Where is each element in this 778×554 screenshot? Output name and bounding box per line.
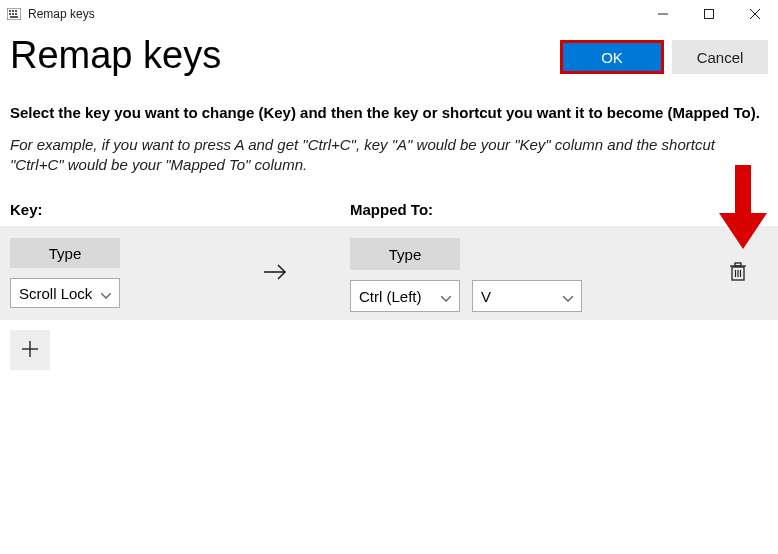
window-controls bbox=[640, 0, 778, 28]
svg-rect-4 bbox=[9, 13, 11, 15]
mapped-column: Type Ctrl (Left) V bbox=[350, 238, 768, 308]
mapped-modifier-value: Ctrl (Left) bbox=[359, 288, 422, 305]
minimize-button[interactable] bbox=[640, 0, 686, 28]
ok-button[interactable]: OK bbox=[560, 40, 664, 74]
ok-button-label: OK bbox=[601, 49, 623, 66]
chevron-down-icon bbox=[101, 285, 111, 302]
svg-rect-9 bbox=[705, 10, 714, 19]
svg-rect-2 bbox=[12, 10, 14, 12]
chevron-down-icon bbox=[441, 288, 451, 305]
window-title: Remap keys bbox=[28, 7, 95, 21]
mapped-key-value: V bbox=[481, 288, 491, 305]
plus-icon bbox=[21, 340, 39, 361]
key-type-button[interactable]: Type bbox=[10, 238, 120, 268]
add-mapping-button[interactable] bbox=[10, 330, 50, 370]
mapped-column-header: Mapped To: bbox=[350, 201, 768, 218]
instruction-primary: Select the key you want to change (Key) … bbox=[10, 104, 768, 121]
mapped-key-dropdown[interactable]: V bbox=[472, 280, 582, 312]
instruction-example: For example, if you want to press A and … bbox=[10, 135, 768, 176]
chevron-down-icon bbox=[563, 288, 573, 305]
arrow-column bbox=[200, 238, 350, 308]
titlebar: Remap keys bbox=[0, 0, 778, 28]
key-column-header: Key: bbox=[10, 201, 350, 218]
svg-rect-15 bbox=[735, 263, 741, 266]
close-button[interactable] bbox=[732, 0, 778, 28]
column-headers: Key: Mapped To: bbox=[0, 195, 778, 226]
svg-rect-7 bbox=[10, 16, 18, 18]
type-label: Type bbox=[49, 245, 82, 262]
action-buttons: OK Cancel bbox=[560, 36, 768, 74]
key-dropdown-value: Scroll Lock bbox=[19, 285, 92, 302]
svg-rect-1 bbox=[9, 10, 11, 12]
cancel-button-label: Cancel bbox=[697, 49, 744, 66]
instructions: Select the key you want to change (Key) … bbox=[0, 76, 778, 176]
cancel-button[interactable]: Cancel bbox=[672, 40, 768, 74]
page-title: Remap keys bbox=[10, 36, 221, 76]
key-column: Type Scroll Lock bbox=[10, 238, 200, 308]
svg-rect-6 bbox=[15, 13, 17, 15]
header: Remap keys OK Cancel bbox=[0, 28, 778, 76]
trash-icon[interactable] bbox=[729, 262, 747, 285]
mapping-row: Type Scroll Lock Type Ctrl (Left) bbox=[0, 226, 778, 320]
svg-rect-3 bbox=[15, 10, 17, 12]
type-label: Type bbox=[389, 246, 422, 263]
key-dropdown[interactable]: Scroll Lock bbox=[10, 278, 120, 308]
delete-column bbox=[718, 226, 758, 320]
arrow-right-icon bbox=[262, 263, 288, 284]
mapped-type-button[interactable]: Type bbox=[350, 238, 460, 270]
mapped-modifier-dropdown[interactable]: Ctrl (Left) bbox=[350, 280, 460, 312]
maximize-button[interactable] bbox=[686, 0, 732, 28]
app-icon bbox=[6, 6, 22, 22]
svg-rect-5 bbox=[12, 13, 14, 15]
